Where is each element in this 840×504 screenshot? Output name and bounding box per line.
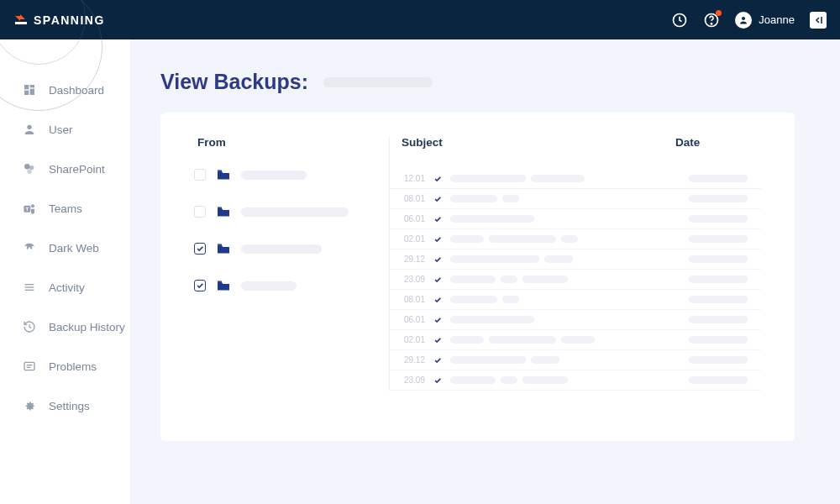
pill-group — [450, 195, 680, 202]
checkbox[interactable] — [194, 206, 206, 218]
folder-icon — [216, 243, 231, 255]
svg-text:T: T — [25, 207, 29, 212]
from-row[interactable] — [194, 280, 389, 291]
timestamp: 08.01 — [403, 194, 425, 203]
subject-row[interactable]: 02.01 — [390, 229, 761, 249]
subject-placeholder — [450, 235, 484, 243]
pill-group — [450, 175, 680, 182]
from-placeholder — [241, 171, 307, 180]
date-placeholder — [689, 195, 748, 202]
svg-point-10 — [24, 164, 30, 170]
header-actions: Joanne — [671, 12, 827, 29]
from-placeholder — [241, 244, 322, 254]
subject-placeholder — [502, 296, 519, 303]
sidebar-item-darkweb[interactable]: Dark Web — [0, 233, 130, 263]
date-placeholder — [689, 276, 748, 283]
sidebar-item-teams[interactable]: T Teams — [0, 193, 130, 223]
subject-row[interactable]: 23.09 — [390, 270, 761, 290]
sidebar-item-activity[interactable]: Activity — [0, 272, 130, 302]
sidebar-item-sharepoint[interactable]: SharePoint — [0, 154, 130, 184]
check-icon — [433, 376, 442, 385]
avatar-icon — [735, 12, 752, 29]
sidebar: Dashboard User SharePoint T Teams Dark W… — [0, 39, 130, 504]
subject-placeholder — [450, 276, 496, 283]
from-row[interactable] — [194, 243, 389, 255]
from-row[interactable] — [194, 206, 389, 218]
check-icon — [433, 235, 442, 244]
sidebar-item-backuphistory[interactable]: Backup History — [0, 312, 130, 342]
checkbox[interactable] — [194, 169, 206, 181]
date-placeholder — [689, 255, 748, 263]
subject-row[interactable]: 08.01 — [390, 189, 761, 209]
pill-group — [450, 255, 680, 263]
subject-row[interactable]: 02.01 — [390, 330, 761, 350]
svg-point-15 — [31, 204, 34, 207]
svg-rect-24 — [218, 244, 222, 245]
from-column: From — [194, 136, 389, 391]
subject-row[interactable]: 29.12 — [390, 249, 761, 270]
svg-point-11 — [29, 165, 34, 170]
subject-placeholder — [489, 235, 556, 243]
folder-icon — [216, 280, 231, 291]
timestamp: 06.01 — [403, 315, 425, 324]
subject-placeholder — [544, 255, 573, 263]
checkbox[interactable] — [194, 280, 206, 291]
user-menu[interactable]: Joanne — [735, 12, 795, 29]
gear-icon — [22, 399, 37, 412]
svg-rect-22 — [218, 170, 222, 171]
subject-placeholder — [561, 235, 578, 243]
pill-group — [450, 296, 680, 303]
timestamp: 12.01 — [403, 174, 425, 183]
date-placeholder — [689, 215, 748, 223]
timestamp: 29.12 — [403, 355, 425, 365]
svg-point-9 — [27, 125, 31, 129]
pill-group — [450, 316, 680, 323]
sidebar-item-label: SharePoint — [49, 163, 105, 176]
subject-placeholder — [450, 336, 484, 344]
subject-placeholder — [450, 215, 534, 223]
sidebar-item-settings[interactable]: Settings — [0, 391, 130, 421]
clock-icon[interactable] — [671, 12, 688, 29]
subject-row[interactable]: 29.12 — [390, 350, 761, 370]
subject-row[interactable]: 08.01 — [390, 290, 761, 310]
timestamp: 29.12 — [403, 255, 425, 264]
folder-icon — [216, 169, 231, 181]
date-placeholder — [689, 235, 748, 243]
pill-group — [450, 356, 680, 364]
backups-panel: From Subject Date 12.0108.0106.0102.0129… — [160, 113, 795, 441]
subject-placeholder — [531, 356, 559, 364]
from-row[interactable] — [194, 169, 389, 181]
check-icon — [433, 215, 442, 223]
check-icon — [433, 336, 442, 344]
subject-placeholder — [450, 356, 526, 364]
svg-rect-23 — [218, 207, 222, 208]
subject-placeholder — [489, 336, 556, 344]
checkbox[interactable] — [194, 243, 206, 255]
problems-icon — [22, 360, 37, 373]
subject-row[interactable]: 06.01 — [390, 209, 761, 229]
subject-placeholder — [450, 195, 497, 202]
brand-name: SPANNING — [34, 13, 105, 27]
sidebar-item-user[interactable]: User — [0, 114, 130, 144]
sidebar-item-label: Settings — [49, 400, 90, 412]
sidebar-item-problems[interactable]: Problems — [0, 351, 130, 381]
subject-placeholder — [522, 376, 568, 384]
notification-badge — [716, 10, 722, 16]
subject-row[interactable]: 12.01 — [390, 169, 761, 189]
collapse-button[interactable] — [810, 12, 827, 29]
subject-column: Subject Date 12.0108.0106.0102.0129.1223… — [389, 136, 761, 391]
from-header: From — [194, 136, 389, 149]
help-icon[interactable] — [703, 12, 720, 29]
date-placeholder — [689, 376, 748, 384]
subject-placeholder — [450, 255, 539, 263]
page-title: View Backups: — [160, 70, 308, 94]
svg-point-12 — [27, 170, 31, 174]
subject-row[interactable]: 23.09 — [390, 370, 761, 391]
timestamp: 23.09 — [403, 275, 425, 284]
subject-header: Subject — [390, 136, 669, 149]
svg-rect-25 — [218, 281, 222, 282]
sidebar-item-label: Backup History — [49, 321, 125, 333]
sidebar-item-label: Problems — [49, 360, 97, 373]
subject-row[interactable]: 06.01 — [390, 310, 761, 330]
timestamp: 02.01 — [403, 335, 425, 344]
